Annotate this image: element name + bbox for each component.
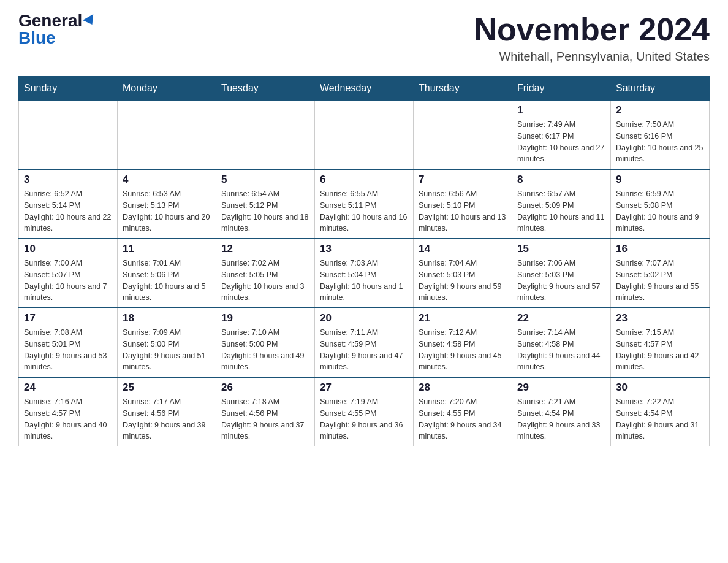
calendar-week-row: 3Sunrise: 6:52 AMSunset: 5:14 PMDaylight…	[19, 169, 710, 239]
day-number: 16	[616, 243, 704, 255]
calendar-cell: 10Sunrise: 7:00 AMSunset: 5:07 PMDayligh…	[19, 239, 118, 308]
title-section: November 2024 Whitehall, Pennsylvania, U…	[474, 12, 710, 64]
day-info: Sunrise: 7:22 AMSunset: 4:54 PMDaylight:…	[616, 396, 704, 442]
day-number: 6	[320, 174, 408, 186]
calendar-cell: 1Sunrise: 7:49 AMSunset: 6:17 PMDaylight…	[512, 101, 611, 170]
day-number: 8	[517, 174, 605, 186]
day-info: Sunrise: 6:59 AMSunset: 5:08 PMDaylight:…	[616, 188, 704, 234]
calendar-day-header: Saturday	[611, 77, 710, 101]
calendar-cell	[414, 101, 512, 170]
calendar-cell: 9Sunrise: 6:59 AMSunset: 5:08 PMDaylight…	[611, 169, 710, 239]
calendar-cell: 16Sunrise: 7:07 AMSunset: 5:02 PMDayligh…	[611, 239, 710, 308]
day-number: 4	[123, 174, 211, 186]
day-number: 18	[123, 312, 211, 324]
day-info: Sunrise: 7:19 AMSunset: 4:55 PMDaylight:…	[320, 396, 408, 442]
calendar-cell: 30Sunrise: 7:22 AMSunset: 4:54 PMDayligh…	[611, 377, 710, 446]
logo-general-text: General	[18, 12, 82, 29]
day-number: 1	[517, 104, 605, 117]
calendar-day-header: Tuesday	[216, 77, 315, 101]
day-number: 3	[24, 174, 112, 186]
day-info: Sunrise: 6:57 AMSunset: 5:09 PMDaylight:…	[517, 188, 605, 234]
day-info: Sunrise: 7:49 AMSunset: 6:17 PMDaylight:…	[517, 119, 605, 165]
calendar-cell: 2Sunrise: 7:50 AMSunset: 6:16 PMDaylight…	[611, 101, 710, 170]
day-info: Sunrise: 6:53 AMSunset: 5:13 PMDaylight:…	[123, 188, 211, 234]
calendar-cell: 26Sunrise: 7:18 AMSunset: 4:56 PMDayligh…	[216, 377, 315, 446]
day-number: 12	[221, 243, 309, 255]
calendar-cell: 23Sunrise: 7:15 AMSunset: 4:57 PMDayligh…	[611, 308, 710, 377]
day-number: 30	[616, 381, 704, 394]
calendar-cell: 20Sunrise: 7:11 AMSunset: 4:59 PMDayligh…	[315, 308, 414, 377]
day-info: Sunrise: 7:50 AMSunset: 6:16 PMDaylight:…	[616, 119, 704, 165]
day-info: Sunrise: 6:54 AMSunset: 5:12 PMDaylight:…	[221, 188, 309, 234]
calendar-cell: 27Sunrise: 7:19 AMSunset: 4:55 PMDayligh…	[315, 377, 414, 446]
day-info: Sunrise: 6:56 AMSunset: 5:10 PMDaylight:…	[419, 188, 507, 234]
calendar-cell: 3Sunrise: 6:52 AMSunset: 5:14 PMDaylight…	[19, 169, 118, 239]
day-info: Sunrise: 7:04 AMSunset: 5:03 PMDaylight:…	[419, 258, 507, 304]
day-number: 25	[123, 381, 211, 394]
calendar-cell: 5Sunrise: 6:54 AMSunset: 5:12 PMDaylight…	[216, 169, 315, 239]
calendar-cell: 24Sunrise: 7:16 AMSunset: 4:57 PMDayligh…	[19, 377, 118, 446]
day-info: Sunrise: 7:15 AMSunset: 4:57 PMDaylight:…	[616, 327, 704, 373]
day-info: Sunrise: 7:14 AMSunset: 4:58 PMDaylight:…	[517, 327, 605, 373]
day-info: Sunrise: 7:20 AMSunset: 4:55 PMDaylight:…	[419, 396, 507, 442]
day-number: 17	[24, 312, 112, 324]
calendar-cell	[216, 101, 315, 170]
calendar-cell: 15Sunrise: 7:06 AMSunset: 5:03 PMDayligh…	[512, 239, 611, 308]
day-number: 5	[221, 174, 309, 186]
calendar-cell: 14Sunrise: 7:04 AMSunset: 5:03 PMDayligh…	[414, 239, 512, 308]
day-number: 21	[419, 312, 507, 324]
day-info: Sunrise: 7:09 AMSunset: 5:00 PMDaylight:…	[123, 327, 211, 373]
day-info: Sunrise: 7:10 AMSunset: 5:00 PMDaylight:…	[221, 327, 309, 373]
day-info: Sunrise: 7:01 AMSunset: 5:06 PMDaylight:…	[123, 258, 211, 304]
calendar-day-header: Sunday	[19, 77, 118, 101]
location-text: Whitehall, Pennsylvania, United States	[474, 50, 710, 64]
page-header: General Blue November 2024 Whitehall, Pe…	[18, 12, 710, 64]
calendar-day-header: Wednesday	[315, 77, 414, 101]
calendar-cell	[315, 101, 414, 170]
calendar-cell: 7Sunrise: 6:56 AMSunset: 5:10 PMDaylight…	[414, 169, 512, 239]
calendar-cell: 13Sunrise: 7:03 AMSunset: 5:04 PMDayligh…	[315, 239, 414, 308]
day-info: Sunrise: 6:52 AMSunset: 5:14 PMDaylight:…	[24, 188, 112, 234]
day-number: 7	[419, 174, 507, 186]
calendar-cell: 29Sunrise: 7:21 AMSunset: 4:54 PMDayligh…	[512, 377, 611, 446]
month-title: November 2024	[474, 12, 710, 47]
day-number: 26	[221, 381, 309, 394]
calendar-table: SundayMondayTuesdayWednesdayThursdayFrid…	[18, 76, 710, 446]
day-number: 9	[616, 174, 704, 186]
calendar-cell: 12Sunrise: 7:02 AMSunset: 5:05 PMDayligh…	[216, 239, 315, 308]
day-info: Sunrise: 7:11 AMSunset: 4:59 PMDaylight:…	[320, 327, 408, 373]
day-number: 23	[616, 312, 704, 324]
calendar-week-row: 17Sunrise: 7:08 AMSunset: 5:01 PMDayligh…	[19, 308, 710, 377]
calendar-cell: 11Sunrise: 7:01 AMSunset: 5:06 PMDayligh…	[118, 239, 216, 308]
day-number: 10	[24, 243, 112, 255]
calendar-cell: 6Sunrise: 6:55 AMSunset: 5:11 PMDaylight…	[315, 169, 414, 239]
day-info: Sunrise: 7:07 AMSunset: 5:02 PMDaylight:…	[616, 258, 704, 304]
day-number: 20	[320, 312, 408, 324]
calendar-day-header: Thursday	[414, 77, 512, 101]
day-number: 24	[24, 381, 112, 394]
calendar-day-header: Monday	[118, 77, 216, 101]
day-info: Sunrise: 7:06 AMSunset: 5:03 PMDaylight:…	[517, 258, 605, 304]
calendar-week-row: 24Sunrise: 7:16 AMSunset: 4:57 PMDayligh…	[19, 377, 710, 446]
day-number: 22	[517, 312, 605, 324]
day-info: Sunrise: 7:16 AMSunset: 4:57 PMDaylight:…	[24, 396, 112, 442]
calendar-cell: 18Sunrise: 7:09 AMSunset: 5:00 PMDayligh…	[118, 308, 216, 377]
logo-triangle-icon	[83, 14, 97, 28]
calendar-header-row: SundayMondayTuesdayWednesdayThursdayFrid…	[19, 77, 710, 101]
day-info: Sunrise: 6:55 AMSunset: 5:11 PMDaylight:…	[320, 188, 408, 234]
calendar-cell: 4Sunrise: 6:53 AMSunset: 5:13 PMDaylight…	[118, 169, 216, 239]
calendar-cell: 17Sunrise: 7:08 AMSunset: 5:01 PMDayligh…	[19, 308, 118, 377]
day-info: Sunrise: 7:17 AMSunset: 4:56 PMDaylight:…	[123, 396, 211, 442]
day-info: Sunrise: 7:21 AMSunset: 4:54 PMDaylight:…	[517, 396, 605, 442]
day-number: 13	[320, 243, 408, 255]
calendar-week-row: 1Sunrise: 7:49 AMSunset: 6:17 PMDaylight…	[19, 101, 710, 170]
day-info: Sunrise: 7:02 AMSunset: 5:05 PMDaylight:…	[221, 258, 309, 304]
day-number: 14	[419, 243, 507, 255]
calendar-cell	[19, 101, 118, 170]
logo-blue-text: Blue	[18, 29, 56, 47]
calendar-cell: 22Sunrise: 7:14 AMSunset: 4:58 PMDayligh…	[512, 308, 611, 377]
calendar-cell: 21Sunrise: 7:12 AMSunset: 4:58 PMDayligh…	[414, 308, 512, 377]
day-info: Sunrise: 7:18 AMSunset: 4:56 PMDaylight:…	[221, 396, 309, 442]
day-number: 15	[517, 243, 605, 255]
day-info: Sunrise: 7:03 AMSunset: 5:04 PMDaylight:…	[320, 258, 408, 304]
